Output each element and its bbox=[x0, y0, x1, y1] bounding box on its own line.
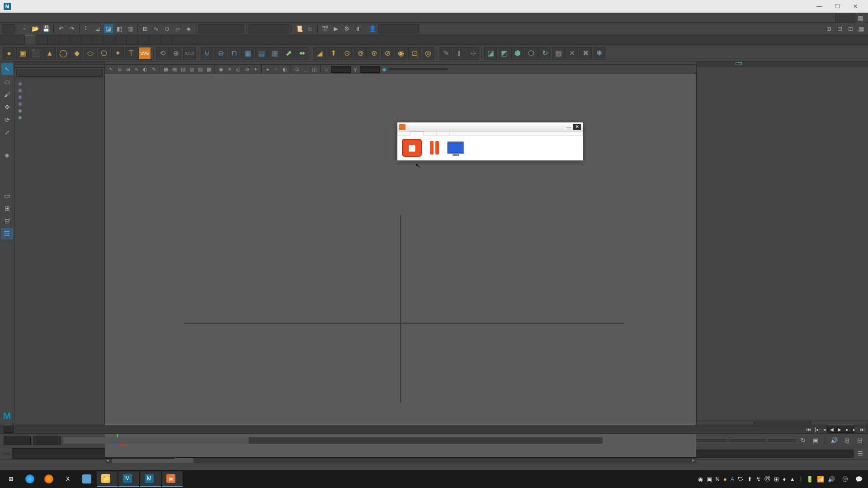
login-dropdown[interactable] bbox=[378, 24, 419, 33]
taskbar-ocam[interactable]: ▣ bbox=[162, 471, 183, 487]
outliner-item[interactable]: ▣ bbox=[17, 87, 102, 94]
tray-icon[interactable]: ↯ bbox=[756, 476, 761, 483]
select-edge-icon[interactable]: ⊿ bbox=[93, 24, 103, 34]
select-object-icon[interactable]: ◧ bbox=[114, 24, 124, 34]
viewport-scrollbar[interactable]: ◂ ▸ bbox=[105, 457, 696, 463]
menu-item[interactable] bbox=[165, 13, 175, 22]
minimize-button[interactable]: — bbox=[810, 1, 828, 12]
snap-curve-icon[interactable]: ∿ bbox=[151, 24, 161, 34]
shelf-tab[interactable] bbox=[138, 35, 149, 45]
shelf-tab[interactable] bbox=[70, 35, 81, 45]
tray-bluetooth-icon[interactable]: ᛒ bbox=[799, 476, 802, 483]
vp-icon[interactable]: ⬚ bbox=[302, 65, 310, 73]
redo-icon[interactable]: ↷ bbox=[67, 24, 77, 34]
tray-icon[interactable]: Ⓑ bbox=[764, 475, 770, 483]
rp-tab[interactable] bbox=[755, 62, 760, 65]
workspace-icon[interactable]: ▦ bbox=[855, 13, 865, 23]
snap-point-icon[interactable]: ⊙ bbox=[162, 24, 172, 34]
layout-two-icon[interactable]: ⊟ bbox=[1, 215, 13, 227]
select-face-icon[interactable]: ◪ bbox=[104, 24, 113, 34]
sphere2-icon[interactable]: ◎ bbox=[422, 47, 434, 60]
shelf-tab[interactable] bbox=[127, 35, 138, 45]
vp-icon[interactable]: ◐ bbox=[281, 65, 289, 73]
crease-icon[interactable]: ✕ bbox=[566, 47, 578, 60]
poly-cylinder-icon[interactable]: ⬛ bbox=[30, 47, 42, 60]
paint-select-icon[interactable]: 🖌 bbox=[1, 89, 13, 100]
menu-item[interactable] bbox=[84, 13, 93, 22]
select-tool-icon[interactable]: ↖ bbox=[1, 63, 13, 75]
account-icon[interactable]: 👤 bbox=[368, 24, 377, 34]
layout-icon-4[interactable]: ▦ bbox=[856, 24, 866, 34]
combine-icon[interactable]: ⊕ bbox=[170, 47, 182, 60]
vp-icon[interactable]: ∿ bbox=[132, 65, 141, 73]
vp-icon[interactable]: ▦ bbox=[162, 65, 170, 73]
outliner-menu-item[interactable] bbox=[32, 66, 35, 66]
snap-live-icon[interactable]: ◈ bbox=[184, 24, 193, 34]
render-settings-icon[interactable]: ⚙ bbox=[342, 24, 352, 34]
multicut-icon[interactable]: ✎ bbox=[439, 47, 452, 60]
shelf-tab[interactable] bbox=[81, 35, 93, 45]
outliner-menu-item[interactable] bbox=[24, 66, 28, 66]
anim-pref-icon[interactable]: ⊞ bbox=[842, 436, 852, 446]
save-scene-icon[interactable]: 💾 bbox=[41, 24, 51, 34]
extrude-icon[interactable]: ⬈ bbox=[282, 47, 295, 60]
timeslider-start[interactable] bbox=[4, 426, 14, 433]
vp-icon[interactable]: ⊡ bbox=[293, 65, 301, 73]
vp-icon[interactable]: ▥ bbox=[179, 65, 187, 73]
tray-icon[interactable]: ▲ bbox=[789, 476, 795, 483]
vp-icon[interactable]: ▤ bbox=[170, 65, 179, 73]
gamma-icon[interactable]: γ bbox=[351, 65, 359, 73]
smooth-icon[interactable]: ▦ bbox=[241, 47, 254, 60]
step-fwd-key-icon[interactable]: ▸| bbox=[851, 426, 859, 433]
vp-icon[interactable]: ⊞ bbox=[124, 65, 132, 73]
shelf-tab[interactable] bbox=[93, 35, 104, 45]
outliner-item[interactable]: ▣ bbox=[17, 94, 102, 100]
tray-icon[interactable]: ◉ bbox=[698, 476, 703, 483]
vp-icon[interactable]: ● bbox=[264, 65, 272, 73]
ocam-titlebar[interactable]: — ✕ bbox=[397, 122, 583, 131]
tray-wifi-icon[interactable]: 📶 bbox=[817, 476, 824, 483]
vp-icon[interactable]: ◎ bbox=[234, 65, 242, 73]
vp-icon[interactable]: ✎ bbox=[150, 65, 158, 73]
taskbar-edge[interactable] bbox=[21, 471, 39, 487]
vp-menu-item[interactable] bbox=[124, 62, 127, 63]
exposure-icon[interactable]: ☼ bbox=[322, 65, 330, 73]
audio-icon[interactable]: 🔊 bbox=[829, 436, 839, 446]
detach-icon[interactable]: ⊘ bbox=[381, 47, 394, 60]
target-weld-icon[interactable]: ⊚ bbox=[354, 47, 367, 60]
step-back-key-icon[interactable]: |◂ bbox=[813, 426, 820, 433]
sculpt4-icon[interactable]: ⬡ bbox=[525, 47, 538, 60]
layout-icon-3[interactable]: ⊡ bbox=[845, 24, 855, 34]
taskbar-maya[interactable]: M bbox=[140, 471, 161, 487]
vp-icon[interactable]: ▩ bbox=[205, 65, 213, 73]
colorspace-dropdown[interactable] bbox=[389, 68, 448, 70]
shelf-tab[interactable] bbox=[160, 35, 172, 45]
tray-ime-icon[interactable]: ㊥ bbox=[842, 475, 848, 483]
ocam-capture-button[interactable] bbox=[447, 141, 464, 155]
scrollbar-thumb[interactable] bbox=[112, 458, 193, 463]
menu-item[interactable] bbox=[66, 13, 75, 22]
rotate-tool-icon[interactable]: ⟳ bbox=[1, 114, 13, 126]
vp-menu-item[interactable] bbox=[140, 62, 144, 63]
snowflake-icon[interactable]: ❄ bbox=[593, 47, 605, 60]
taskbar-x[interactable]: X bbox=[59, 471, 77, 487]
go-start-icon[interactable]: ⏮ bbox=[805, 426, 812, 433]
menu-item[interactable] bbox=[147, 13, 156, 22]
menu-item[interactable] bbox=[156, 13, 165, 22]
play-fwd-icon[interactable]: ▶ bbox=[836, 426, 843, 433]
open-scene-icon[interactable]: 📂 bbox=[30, 24, 40, 34]
boolean-union-icon[interactable]: ⊎ bbox=[201, 47, 213, 60]
tray-icon[interactable]: ● bbox=[723, 476, 727, 483]
collapse-icon[interactable]: ⊛ bbox=[368, 47, 380, 60]
outliner-search-input[interactable] bbox=[16, 69, 103, 77]
vp-menu-item[interactable] bbox=[132, 62, 136, 63]
maya-home-icon[interactable]: M bbox=[3, 410, 11, 422]
vp-menu-item[interactable] bbox=[108, 62, 111, 63]
rp-footer-btn[interactable] bbox=[697, 421, 754, 425]
scale-tool-icon[interactable]: ⤢ bbox=[1, 127, 13, 138]
shelf-tab[interactable] bbox=[47, 35, 59, 45]
menu-item[interactable] bbox=[3, 13, 12, 22]
sculpt2-icon[interactable]: ◩ bbox=[498, 47, 510, 60]
vp-menu-item[interactable] bbox=[148, 62, 152, 63]
rp-tab[interactable] bbox=[745, 62, 751, 65]
